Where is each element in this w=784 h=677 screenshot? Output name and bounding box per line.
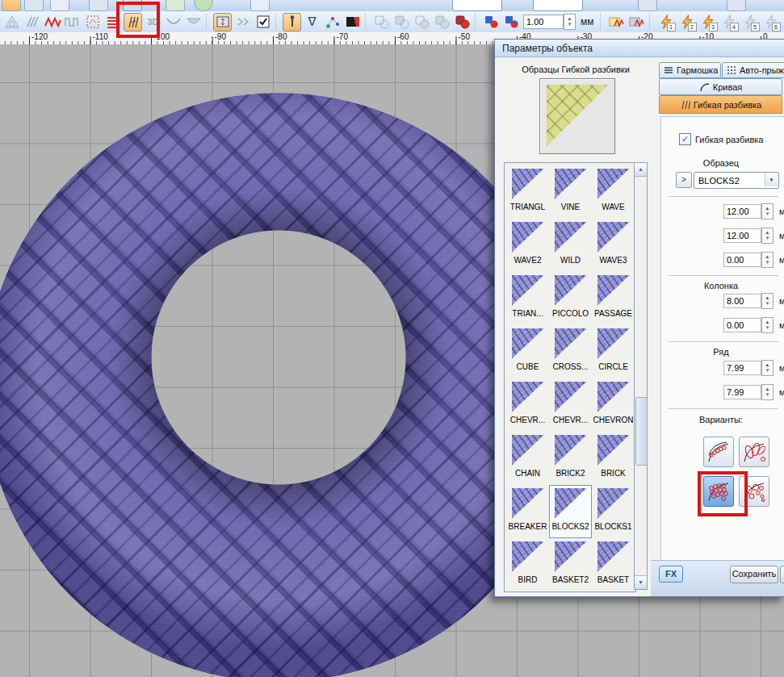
size-x-spinner[interactable]: ▲▼ <box>761 203 774 219</box>
partial-check-icon[interactable] <box>194 0 213 11</box>
pattern-item[interactable]: BRICK <box>592 432 635 485</box>
needle-tool-icon[interactable] <box>283 13 301 31</box>
tab-autojump[interactable]: Авто-прыж <box>722 62 784 78</box>
pattern-item[interactable]: BREAKER <box>506 485 549 538</box>
offset-input[interactable] <box>723 253 761 267</box>
shape-merge-color-icon[interactable] <box>453 13 472 31</box>
pattern-item[interactable]: CHEVR... <box>549 378 592 432</box>
separator <box>669 196 778 197</box>
pattern-item[interactable]: BASKET <box>592 538 635 591</box>
curve-bowl-icon[interactable] <box>164 13 182 31</box>
partial-tool-icon[interactable] <box>166 0 185 11</box>
size-x-input[interactable] <box>723 204 761 219</box>
pattern-item[interactable]: VINE <box>549 165 592 219</box>
shape-union-icon[interactable] <box>372 13 391 31</box>
square-wave-icon[interactable] <box>63 13 82 31</box>
node-edit-icon[interactable] <box>323 13 342 31</box>
skew-fill-icon[interactable] <box>23 13 41 31</box>
partial-tool-icon[interactable] <box>727 0 746 11</box>
column-shift-input[interactable] <box>723 318 761 332</box>
variant-button-2[interactable] <box>739 437 769 467</box>
pattern-item[interactable]: CROSS... <box>549 325 592 378</box>
row-density-spinner[interactable]: ▲▼ <box>761 360 774 376</box>
select-checkbox-icon[interactable] <box>254 13 272 31</box>
nabla-tool-icon[interactable]: ∇ <box>303 13 321 31</box>
embroidery-donut-object[interactable] <box>0 93 573 677</box>
shape-exclude-icon[interactable] <box>433 13 451 31</box>
partial-combobox[interactable] <box>533 0 583 11</box>
motif-fill-icon[interactable] <box>83 13 102 31</box>
pattern-item[interactable]: BRICK2 <box>549 432 592 485</box>
sample-expand-button[interactable]: > <box>676 172 692 188</box>
pattern-item[interactable]: BASKET2 <box>549 538 592 591</box>
pattern-item[interactable]: TRIANGL <box>506 165 549 219</box>
partial-tool-icon[interactable] <box>250 0 270 11</box>
partial-tool-icon[interactable] <box>24 0 44 11</box>
pattern-item[interactable]: CIRCLE <box>592 325 635 378</box>
row-shift-spinner[interactable]: ▲▼ <box>761 384 774 400</box>
partial-tool-icon[interactable] <box>89 0 108 11</box>
clipped-button[interactable] <box>780 566 784 583</box>
square-pie-icon[interactable] <box>502 13 521 31</box>
flex-split-checkbox[interactable]: ✓ <box>679 133 691 145</box>
save-button[interactable]: Сохранить <box>730 566 778 583</box>
pattern-item[interactable]: CHEVR... <box>506 378 549 432</box>
pattern-item[interactable]: PICCOLO <box>549 272 592 325</box>
zoom-value-input[interactable] <box>523 15 564 29</box>
lightning-tool-button[interactable]: 3 <box>698 13 718 31</box>
scrollbar-thumb[interactable] <box>635 397 648 466</box>
pattern-item[interactable]: CHAIN <box>506 432 549 485</box>
pattern-item[interactable]: WAVE2 <box>506 219 549 272</box>
scroll-down-arrow[interactable]: ▼ <box>635 575 647 589</box>
machine-stitch-icon[interactable] <box>627 13 646 31</box>
transform-pair-icon[interactable] <box>233 13 252 31</box>
gradient-square-icon[interactable] <box>343 13 362 31</box>
zoom-spinner[interactable]: ▲▼ <box>564 14 576 30</box>
pattern-item[interactable]: BIRD <box>506 538 549 591</box>
partial-tool-icon[interactable] <box>2 0 21 11</box>
offset-spinner[interactable]: ▲▼ <box>761 252 774 268</box>
flex-split-checkbox-row[interactable]: ✓ Гибкая разбивка <box>679 133 763 145</box>
square-circle-icon[interactable] <box>482 13 501 31</box>
lightning-tool-button[interactable]: 5 <box>740 13 760 31</box>
row-shift-input[interactable] <box>723 385 761 399</box>
palette-stitch-icon[interactable] <box>607 13 626 31</box>
pattern-item[interactable]: CHEVRON <box>592 378 635 432</box>
pattern-item[interactable]: TRIAN... <box>506 272 549 325</box>
tab-curve[interactable]: Кривая <box>659 78 782 95</box>
zigzag-stitch-icon[interactable] <box>43 13 61 31</box>
scroll-up-arrow[interactable]: ▲ <box>635 163 647 177</box>
tab-accordion[interactable]: Гармошка <box>659 62 721 78</box>
pattern-item[interactable]: BLOCKS1 <box>592 485 635 538</box>
partial-tool-icon[interactable] <box>50 0 69 11</box>
fit-window-icon[interactable] <box>213 13 232 31</box>
size-y-input[interactable] <box>723 228 761 243</box>
pattern-item[interactable]: BLOCKS2 <box>549 485 592 538</box>
row-density-input[interactable] <box>723 361 761 375</box>
lightning-tool-button[interactable]: 1 <box>656 13 676 31</box>
column-density-input[interactable] <box>723 294 761 308</box>
pattern-item[interactable]: WILD <box>549 219 592 272</box>
shape-subtract-icon[interactable] <box>392 13 411 31</box>
lightning-tool-button[interactable]: 6 <box>761 13 781 31</box>
partial-combobox[interactable] <box>452 0 502 11</box>
sample-dropdown[interactable]: BLOCKS2 ▼ <box>694 172 779 189</box>
chevron-down-icon[interactable]: ▼ <box>765 174 778 186</box>
curve-bowl-fill-icon[interactable] <box>184 13 203 31</box>
pattern-item[interactable]: PASSAGE <box>592 272 635 325</box>
tab-flex-split[interactable]: Гибкая разбивка <box>659 95 782 114</box>
column-density-spinner[interactable]: ▲▼ <box>761 293 774 309</box>
size-y-spinner[interactable]: ▲▼ <box>761 228 774 244</box>
variant-button-1[interactable] <box>703 437 734 467</box>
fx-button[interactable]: FX <box>659 566 683 583</box>
pattern-item[interactable]: WAVE3 <box>592 219 635 272</box>
shape-intersect-icon[interactable] <box>413 13 431 31</box>
pattern-item[interactable]: CUBE <box>506 325 549 378</box>
triangle-outline-icon[interactable] <box>2 13 21 31</box>
lightning-tool-button[interactable]: 2 <box>677 13 697 31</box>
column-shift-spinner[interactable]: ▲▼ <box>761 317 774 333</box>
pattern-item[interactable]: WAVE <box>592 165 635 219</box>
lightning-tool-button[interactable]: 4 <box>719 13 739 31</box>
partial-tool-icon[interactable] <box>638 0 657 11</box>
pattern-list-scrollbar[interactable]: ▲ ▼ <box>634 162 648 590</box>
